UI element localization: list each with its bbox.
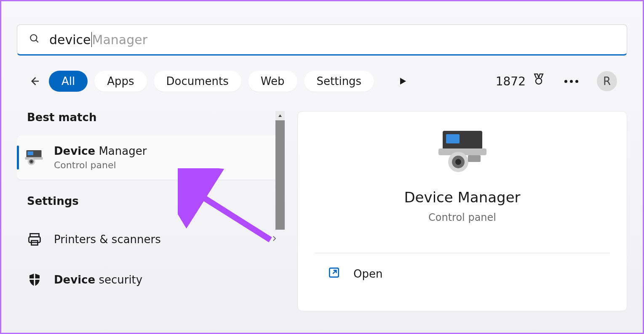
rewards-points[interactable]: 1872 — [496, 73, 546, 90]
svg-marker-16 — [278, 114, 282, 117]
search-suggestion-text: Manager — [92, 32, 148, 47]
svg-point-4 — [536, 78, 542, 84]
open-icon — [327, 266, 341, 282]
divider — [315, 253, 610, 253]
results-column: Best match Device Manager — [17, 111, 285, 311]
result-device-security[interactable]: Device security — [17, 260, 285, 300]
points-value: 1872 — [496, 74, 526, 88]
avatar-initial: R — [603, 75, 611, 87]
result-printers-scanners[interactable]: Printers & scanners — [17, 219, 285, 260]
scroll-thumb[interactable] — [275, 120, 285, 230]
section-settings: Settings — [17, 180, 285, 219]
result-title: Printers & scanners — [54, 233, 262, 246]
action-open[interactable]: Open — [298, 266, 627, 282]
filter-tab-settings[interactable]: Settings — [304, 71, 374, 92]
scrollbar[interactable] — [275, 111, 285, 311]
svg-line-1 — [36, 40, 38, 42]
filter-tab-apps[interactable]: Apps — [94, 71, 147, 92]
result-device-manager[interactable]: Device Manager Control panel — [17, 135, 285, 180]
filter-row: All Apps Documents Web Settings 1872 R — [17, 56, 627, 92]
svg-marker-3 — [400, 78, 406, 85]
more-menu-icon[interactable] — [564, 80, 578, 83]
detail-subtitle: Control panel — [428, 212, 496, 223]
search-icon — [29, 33, 40, 46]
detail-panel: Device Manager Control panel Open — [297, 111, 627, 311]
more-filters-icon[interactable] — [398, 76, 408, 86]
device-manager-large-icon — [435, 128, 490, 176]
section-best-match: Best match — [17, 111, 285, 135]
device-manager-icon — [24, 147, 45, 169]
back-button[interactable] — [27, 74, 42, 89]
search-bar[interactable]: device Manager — [17, 24, 627, 56]
svg-rect-6 — [28, 151, 34, 155]
search-typed-text: device — [49, 32, 91, 47]
detail-title: Device Manager — [404, 189, 520, 206]
shield-icon — [24, 269, 45, 291]
scroll-up-icon[interactable] — [275, 111, 285, 120]
medal-icon — [532, 73, 546, 90]
action-label: Open — [353, 268, 382, 280]
printer-icon — [24, 228, 45, 250]
user-avatar[interactable]: R — [597, 71, 617, 91]
filter-tab-documents[interactable]: Documents — [154, 71, 241, 92]
svg-rect-12 — [29, 237, 40, 243]
svg-point-10 — [30, 160, 32, 162]
result-title: Device Manager — [54, 145, 278, 157]
svg-point-0 — [30, 34, 37, 41]
text-caret — [91, 32, 92, 47]
filter-tab-web[interactable]: Web — [248, 71, 297, 92]
svg-rect-18 — [446, 134, 460, 143]
filter-tab-all[interactable]: All — [49, 71, 88, 92]
search-input[interactable]: device Manager — [49, 32, 147, 47]
result-title: Device security — [54, 273, 278, 286]
result-subtitle: Control panel — [54, 160, 278, 170]
svg-rect-15 — [34, 273, 35, 286]
svg-rect-23 — [468, 155, 481, 162]
svg-point-22 — [455, 159, 461, 165]
